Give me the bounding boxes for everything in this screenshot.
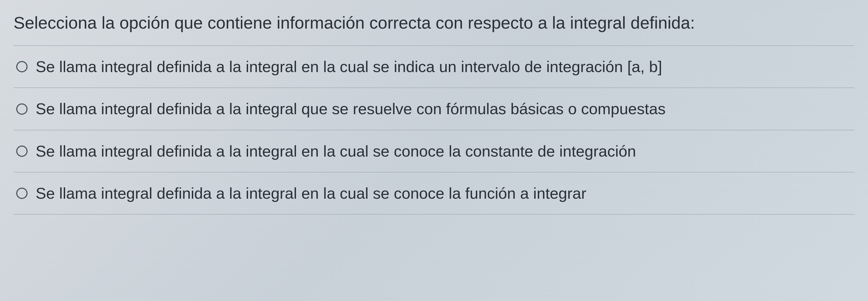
option-row[interactable]: Se llama integral definida a la integral… (13, 130, 855, 172)
option-label: Se llama integral definida a la integral… (36, 183, 586, 204)
question-text: Selecciona la opción que contiene inform… (13, 8, 855, 45)
options-list: Se llama integral definida a la integral… (13, 45, 855, 214)
option-label: Se llama integral definida a la integral… (36, 141, 636, 162)
radio-icon[interactable] (16, 145, 28, 157)
option-row[interactable]: Se llama integral definida a la integral… (13, 172, 855, 214)
option-label: Se llama integral definida a la integral… (36, 98, 665, 119)
quiz-container: Selecciona la opción que contiene inform… (0, 0, 868, 223)
option-label: Se llama integral definida a la integral… (36, 56, 662, 77)
option-row[interactable]: Se llama integral definida a la integral… (13, 88, 855, 130)
option-row[interactable]: Se llama integral definida a la integral… (13, 46, 855, 88)
radio-icon[interactable] (16, 103, 28, 115)
radio-icon[interactable] (16, 61, 28, 72)
radio-icon[interactable] (16, 188, 28, 199)
